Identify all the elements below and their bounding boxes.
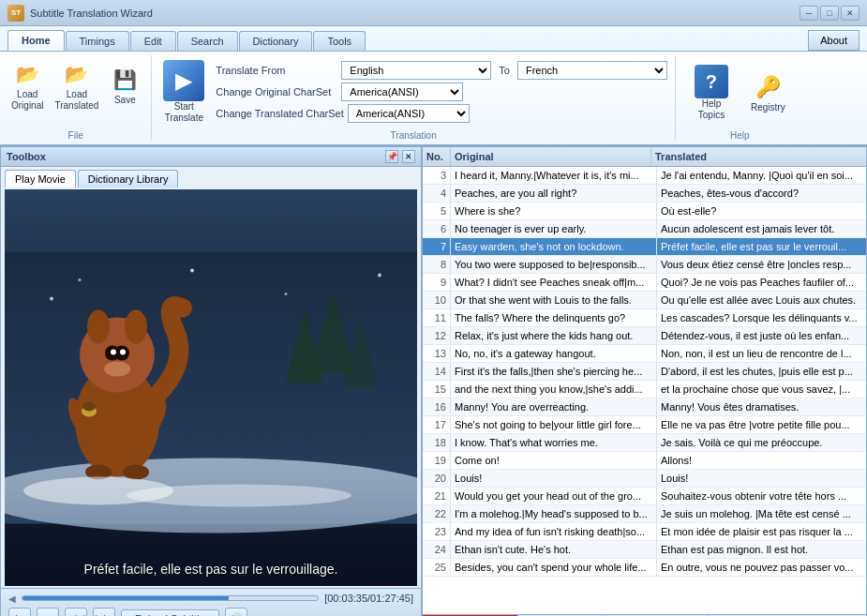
translate-from-row: Translate From English French Spanish To… (216, 61, 667, 80)
video-content: Préfet facile, elle est pas sur le verro… (5, 189, 417, 586)
table-row[interactable]: 5 Where is she? Où est-elle? (423, 203, 866, 220)
header-original: Original (451, 147, 651, 166)
cell-original: Would you get your head out of the gro..… (451, 488, 657, 504)
table-row[interactable]: 21 Would you get your head out of the gr… (423, 488, 866, 505)
close-button[interactable]: ✕ (841, 6, 860, 21)
cell-original: No teenager is ever up early. (451, 220, 657, 237)
forward-button[interactable]: ▶▶ (93, 608, 115, 616)
rewind-button[interactable]: ◀◀ (65, 608, 87, 616)
cell-original: And my idea of fun isn't risking death|s… (451, 523, 657, 540)
minimize-button[interactable]: ─ (800, 6, 818, 21)
cell-translated: Ethan est pas mignon. Il est hot. (657, 541, 863, 558)
table-row[interactable]: 17 She's not going to be|your little gir… (423, 416, 866, 434)
stop-button[interactable]: ■ (37, 608, 59, 616)
translate-from-select[interactable]: English French Spanish (341, 61, 491, 80)
cell-translated: Je l'ai entendu, Manny. |Quoi qu'il en s… (657, 167, 863, 184)
table-row[interactable]: 23 And my idea of fun isn't risking deat… (423, 523, 866, 541)
table-row[interactable]: 8 You two were supposed to be|responsib.… (423, 256, 866, 274)
tab-dictionary-library[interactable]: Dictionary Library (78, 170, 179, 188)
ribbon-tabs: Home Timings Edit Search Dictionary Tool… (0, 26, 867, 51)
cell-no: 14 (423, 363, 451, 380)
translate-to-select[interactable]: French English Spanish (517, 61, 667, 80)
seekbar[interactable] (22, 595, 319, 601)
tab-dictionary[interactable]: Dictionary (239, 31, 313, 51)
table-row[interactable]: 6 No teenager is ever up early. Aucun ad… (423, 220, 866, 238)
table-row[interactable]: 22 I'm a molehog.|My head's supposed to … (423, 505, 866, 523)
table-row[interactable]: 15 and the next thing you know,|she's ad… (423, 381, 866, 398)
table-row[interactable]: 9 What? I didn't see Peaches sneak off|m… (423, 274, 866, 292)
table-body[interactable]: 3 I heard it, Manny.|Whatever it is, it'… (423, 167, 866, 614)
table-row[interactable]: 12 Relax, it's just where the kids hang … (423, 327, 866, 345)
registry-icon: 🔑 (753, 72, 783, 102)
cell-original: Manny! You are overreacting. (451, 398, 657, 415)
help-topics-button[interactable]: ? HelpTopics (687, 61, 736, 125)
cell-translated: Quoi? Je ne vois pas Peaches faufiler of… (657, 274, 863, 291)
table-row[interactable]: 4 Peaches, are you all right? Peaches, ê… (423, 185, 866, 203)
mute-button[interactable]: 🔊 (225, 608, 247, 616)
table-row[interactable]: 11 The falls? Where the delinquents go? … (423, 309, 866, 327)
charset-orig-row: Change Original CharSet America(ANSI) UT… (216, 83, 667, 101)
ribbon-content: 📂 LoadOriginal 📂 LoadTranslated 💾 Save F… (0, 51, 867, 144)
to-label: To (499, 65, 510, 76)
save-button[interactable]: 💾 Save (106, 63, 143, 108)
load-translated-icon: 📂 (62, 59, 92, 89)
tab-tools[interactable]: Tools (313, 31, 366, 51)
svg-point-8 (125, 310, 147, 344)
cell-original: I heard it, Manny.|Whatever it is, it's … (451, 167, 657, 184)
cell-original: First it's the falls,|then she's piercin… (451, 363, 657, 380)
file-buttons: 📂 LoadOriginal 📂 LoadTranslated 💾 Save (7, 57, 143, 113)
toolbox-pin-button[interactable]: 📌 (385, 150, 398, 163)
play-button[interactable]: ▶ (8, 608, 31, 616)
cell-translated: Je suis un molehog. |Ma tête est censé .… (657, 505, 863, 522)
registry-button[interactable]: 🔑 Registry (743, 68, 793, 117)
registry-label: Registry (751, 102, 785, 113)
svg-point-7 (87, 310, 110, 344)
cell-original: I know. That's what worries me. (451, 434, 657, 451)
ribbon-group-translation: ▶ StartTranslate Translate From English … (159, 55, 676, 141)
cell-translated: et la prochaine chose que vous savez, |.… (657, 381, 863, 398)
cell-original: Come on! (451, 452, 657, 469)
table-row[interactable]: 24 Ethan isn't cute. He's hot. Ethan est… (423, 541, 866, 559)
table-row[interactable]: 7 Easy warden, she's not on lockdown. Pr… (423, 238, 866, 256)
table-row[interactable]: 18 I know. That's what worries me. Je sa… (423, 434, 866, 452)
cell-translated: Préfet facile, elle est pas sur le verro… (657, 238, 863, 255)
cell-original: The falls? Where the delinquents go? (451, 309, 657, 326)
save-icon: 💾 (110, 65, 140, 95)
load-translated-button[interactable]: 📂 LoadTranslated (51, 57, 102, 113)
charset-trans-select[interactable]: America(ANSI) UTF-8 (348, 104, 470, 123)
svg-point-16 (123, 465, 149, 480)
cell-no: 15 (423, 381, 451, 398)
tab-home[interactable]: Home (7, 30, 65, 51)
video-subtitle: Préfet facile, elle est pas sur le verro… (5, 562, 417, 577)
table-row[interactable]: 20 Louis! Louis! (423, 470, 866, 488)
app-icon: ST (7, 5, 24, 22)
toolbox-close-button[interactable]: ✕ (402, 150, 415, 163)
tab-play-movie[interactable]: Play Movie (5, 170, 76, 188)
tab-timings[interactable]: Timings (66, 31, 129, 51)
tab-search[interactable]: Search (177, 31, 238, 51)
start-translate-button[interactable]: ▶ StartTranslate (159, 58, 208, 126)
table-row[interactable]: 14 First it's the falls,|then she's pier… (423, 363, 866, 381)
table-panel: No. Original Translated 3 I heard it, Ma… (422, 146, 867, 616)
file-group-label: File (68, 128, 83, 141)
cell-no: 16 (423, 398, 451, 415)
cell-no: 17 (423, 416, 451, 433)
table-row[interactable]: 19 Come on! Allons! (423, 452, 866, 470)
charset-orig-select[interactable]: America(ANSI) UTF-8 (341, 83, 463, 101)
table-row[interactable]: 10 Or that she went with Louis to the fa… (423, 292, 866, 309)
tab-edit[interactable]: Edit (130, 31, 176, 51)
table-row[interactable]: 25 Besides, you can't spend your whole l… (423, 559, 866, 577)
reload-subtitle-button[interactable]: Reload Subtitle (121, 609, 219, 616)
table-row[interactable]: 13 No, no, it's a gateway hangout. Non, … (423, 345, 866, 363)
about-button[interactable]: About (808, 30, 860, 51)
cell-translated: Ou qu'elle est allée avec Louis aux chut… (657, 292, 863, 308)
ribbon: Home Timings Edit Search Dictionary Tool… (0, 26, 867, 146)
load-original-button[interactable]: 📂 LoadOriginal (7, 57, 47, 113)
cell-original: No, no, it's a gateway hangout. (451, 345, 657, 362)
cell-translated: Aucun adolescent est jamais lever tôt. (657, 220, 863, 237)
maximize-button[interactable]: □ (820, 6, 839, 21)
cell-no: 24 (423, 541, 451, 558)
table-row[interactable]: 16 Manny! You are overreacting. Manny! V… (423, 398, 866, 416)
table-row[interactable]: 3 I heard it, Manny.|Whatever it is, it'… (423, 167, 866, 185)
video-area: Préfet facile, elle est pas sur le verro… (5, 189, 417, 586)
